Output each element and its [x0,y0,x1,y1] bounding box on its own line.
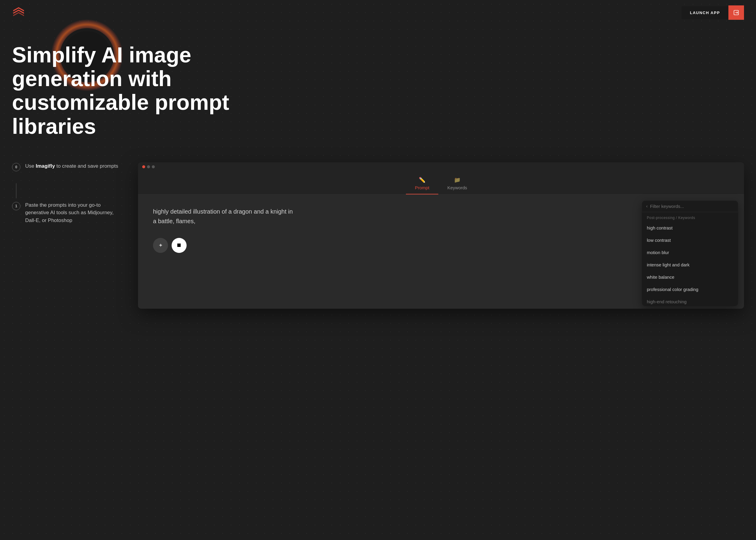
window-titlebar [138,162,744,171]
keywords-section-label: Post-processing / Keywords [642,212,738,222]
steps-list: 0 Use Imagifly to create and save prompt… [12,162,120,236]
step-badge-0: 0 [12,163,20,171]
tab-prompt-label: Prompt [415,185,429,190]
dropdown-search-bar: ‹ [642,201,738,212]
steps-and-demo: 0 Use Imagifly to create and save prompt… [0,156,756,309]
magic-button[interactable]: ✦ [153,238,168,253]
step-item-0: 0 Use Imagifly to create and save prompt… [12,162,120,171]
window-tabs: ✏️ Prompt 📁 Keywords [138,171,744,195]
keyword-retouching[interactable]: high-end retouching [642,296,738,306]
keywords-dropdown: ‹ Post-processing / Keywords high contra… [642,201,738,306]
keyword-white-balance[interactable]: white balance [642,271,738,283]
step-badge-1: 1 [12,202,20,210]
keywords-tab-icon: 📁 [454,177,460,183]
prompt-tab-icon: ✏️ [419,177,426,183]
launch-app-button[interactable]: LAUNCH APP [682,6,728,19]
keyword-low-contrast[interactable]: low contrast [642,234,738,246]
logo [12,6,25,19]
logo-icon [12,6,25,19]
tab-prompt[interactable]: ✏️ Prompt [406,174,438,195]
tab-keywords-label: Keywords [447,185,467,190]
tab-keywords[interactable]: 📁 Keywords [438,174,476,195]
nav-right: LAUNCH APP [682,5,744,20]
window-dot-green [152,165,155,168]
chevron-left-icon: ‹ [646,204,648,208]
stop-button[interactable]: ⏹ [172,238,187,253]
filter-keywords-input[interactable] [650,204,734,209]
navbar: LAUNCH APP [0,0,756,25]
keyword-color-grading[interactable]: professional color grading [642,283,738,296]
step-text-0: Use Imagifly to create and save prompts [25,162,118,170]
step-text-1: Paste the prompts into your go-to genera… [25,201,120,224]
hero-title: Simplify AI image generation with custom… [12,31,282,138]
prompt-text: highly detailed illustration of a dragon… [153,207,297,226]
window-dot-yellow [147,165,150,168]
login-icon [733,10,739,16]
launch-app-icon-button[interactable] [728,5,744,20]
step-item-1: 1 Paste the prompts into your go-to gene… [12,201,120,224]
keyword-intense-light[interactable]: intense light and dark [642,259,738,271]
step-connector [16,183,17,198]
keyword-motion-blur[interactable]: motion blur [642,246,738,259]
brand-name: Imagifly [36,163,55,169]
keyword-high-contrast[interactable]: high contrast [642,222,738,234]
app-window: ✏️ Prompt 📁 Keywords highly detailed ill… [138,162,744,309]
window-dot-red [142,165,145,168]
window-content: highly detailed illustration of a dragon… [138,195,744,309]
hero-section: Simplify AI image generation with custom… [0,25,756,156]
